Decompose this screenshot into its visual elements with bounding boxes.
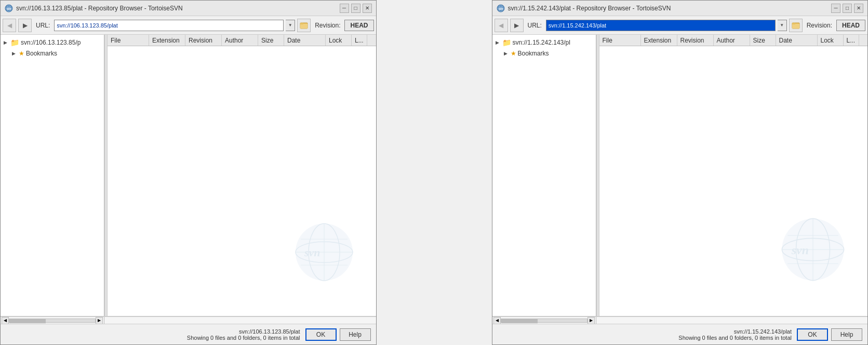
back-button-2[interactable]: ◀ [495,19,508,32]
svg-text:svn: svn [7,7,11,10]
col-header-rev-1[interactable]: Revision [185,35,222,46]
maximize-button-2[interactable]: □ [843,4,852,13]
forward-button-1[interactable]: ▶ [18,19,32,32]
close-button-2[interactable]: ✕ [854,4,863,13]
tree-root-item-1[interactable]: ▶ 📁 svn://106.13.123.85/p [2,37,103,48]
col-header-file-2[interactable]: File [599,35,641,46]
app-icon-2: svn [497,4,505,12]
revision-label-1: Revision: [315,22,340,29]
status-bar-1: svn://106.13.123.85/plat Showing 0 files… [1,324,376,344]
url-dropdown-btn-1[interactable]: ▼ [286,20,295,31]
toolbar-2: ◀ ▶ URL: ▼ Revision: HEAD [492,16,868,35]
status-path-1: svn://106.13.123.85/plat [6,328,300,335]
content-area-1: ▶ 📁 svn://106.13.123.85/p ▶ ★ Bookmarks … [1,35,376,316]
bookmarks-label-1: Bookmarks [26,50,57,57]
scroll-track-1[interactable] [9,319,96,323]
svg-rect-7 [300,24,308,29]
tree-root-item-2[interactable]: ▶ 📁 svn://1.15.242.143/pl [493,37,595,48]
star-icon-1: ★ [19,50,24,57]
svg-rect-24 [792,24,799,29]
col-header-ext-2[interactable]: Extension [641,35,677,46]
col-header-size-2[interactable]: Size [750,35,776,46]
browse-icon-2 [792,21,800,30]
bookmarks-item-1[interactable]: ▶ ★ Bookmarks [2,48,103,59]
column-headers-1: File Extension Revision Author Size Date… [108,35,376,46]
scroll-left-btn-1[interactable]: ◀ [2,317,9,324]
right-panel-1: File Extension Revision Author Size Date… [108,35,376,316]
bookmarks-item-2[interactable]: ▶ ★ Bookmarks [493,48,595,59]
left-panel-2: ▶ 📁 svn://1.15.242.143/pl ▶ ★ Bookmarks [492,35,596,316]
status-path-2: svn://1.15.242.143/plat [498,328,792,335]
scroll-thumb-1 [9,319,46,323]
maximize-button-1[interactable]: □ [351,4,360,13]
url-input-1[interactable] [54,20,284,31]
col-header-file-1[interactable]: File [108,35,149,46]
right-panel-2: File Extension Revision Author Size Date… [599,35,868,316]
tree-root-2: ▶ 📁 svn://1.15.242.143/pl ▶ ★ Bookmarks [492,35,596,61]
scroll-right-btn-1[interactable]: ▶ [96,317,103,324]
tree-root-label-2: svn://1.15.242.143/pl [513,39,570,46]
right-scroll-spacer-2 [596,317,868,324]
url-input-2[interactable] [546,20,776,31]
col-header-rev-2[interactable]: Revision [677,35,714,46]
title-bar-1: svn svn://106.13.123.85/plat - Repositor… [1,1,376,16]
svg-text:svn: svn [499,7,503,10]
scroll-thumb-2 [501,319,538,323]
browse-button-1[interactable] [297,19,311,32]
gap-between-windows [377,0,434,345]
left-panel-1: ▶ 📁 svn://106.13.123.85/p ▶ ★ Bookmarks [1,35,104,316]
help-button-1[interactable]: Help [340,328,371,341]
url-dropdown-btn-2[interactable]: ▼ [778,20,787,31]
tree-arrow-2: ▶ [496,40,501,45]
window-1: svn svn://106.13.123.85/plat - Repositor… [0,0,377,345]
left-scroll-1: ◀ ▶ [1,317,104,324]
ok-button-1[interactable]: OK [305,328,337,341]
tree-root-label-1: svn://106.13.123.85/p [21,39,81,46]
svg-point-27 [796,218,830,280]
svn-globe-icon-1: svn [293,221,355,283]
svg-rect-25 [792,23,795,24]
status-buttons-2: OK Help [797,328,862,341]
scroll-left-btn-2[interactable]: ◀ [493,317,501,324]
col-header-ext-1[interactable]: Extension [149,35,185,46]
col-header-lock-1[interactable]: Lock [326,35,352,46]
scroll-right-btn-2[interactable]: ▶ [587,317,595,324]
folder-icon-1: 📁 [10,38,19,47]
svg-rect-8 [300,23,303,24]
col-header-lock-2[interactable]: Lock [818,35,844,46]
content-area-2: ▶ 📁 svn://1.15.242.143/pl ▶ ★ Bookmarks … [492,35,868,316]
forward-button-2[interactable]: ▶ [510,19,524,32]
back-button-1[interactable]: ◀ [3,19,16,32]
col-header-l-1[interactable]: L... [352,35,367,46]
status-text-2: svn://1.15.242.143/plat Showing 0 files … [498,328,792,341]
bookmarks-label-2: Bookmarks [518,50,549,57]
left-scroll-2: ◀ ▶ [492,317,596,324]
status-text-1: svn://106.13.123.85/plat Showing 0 files… [6,328,300,341]
ok-button-2[interactable]: OK [797,328,828,341]
browse-button-2[interactable] [789,19,803,32]
col-header-date-2[interactable]: Date [776,35,818,46]
status-buttons-1: OK Help [305,328,371,341]
col-header-author-1[interactable]: Author [222,35,258,46]
col-header-size-1[interactable]: Size [258,35,284,46]
head-button-2[interactable]: HEAD [836,20,865,31]
col-header-author-2[interactable]: Author [714,35,750,46]
scroll-track-2[interactable] [501,319,587,323]
help-button-2[interactable]: Help [831,328,862,341]
title-bar-2: svn svn://1.15.242.143/plat - Repository… [492,1,868,16]
col-header-date-1[interactable]: Date [284,35,326,46]
toolbar-1: ◀ ▶ URL: ▼ Revision: HEAD [1,16,376,35]
minimize-button-1[interactable]: ─ [340,4,349,13]
title-bar-controls-1: ─ □ ✕ [340,4,372,13]
svg-point-26 [782,218,844,280]
col-header-l-2[interactable]: L... [844,35,859,46]
status-info-1: Showing 0 files and 0 folders, 0 items i… [6,335,300,341]
minimize-button-2[interactable]: ─ [831,4,840,13]
revision-label-2: Revision: [807,22,832,29]
bottom-scrollbar-2: ◀ ▶ [492,316,868,324]
close-button-1[interactable]: ✕ [363,4,372,13]
right-scroll-spacer-1 [104,317,376,324]
bookmarks-arrow-1: ▶ [12,51,17,56]
head-button-1[interactable]: HEAD [344,20,373,31]
svg-text:svn: svn [791,243,809,257]
